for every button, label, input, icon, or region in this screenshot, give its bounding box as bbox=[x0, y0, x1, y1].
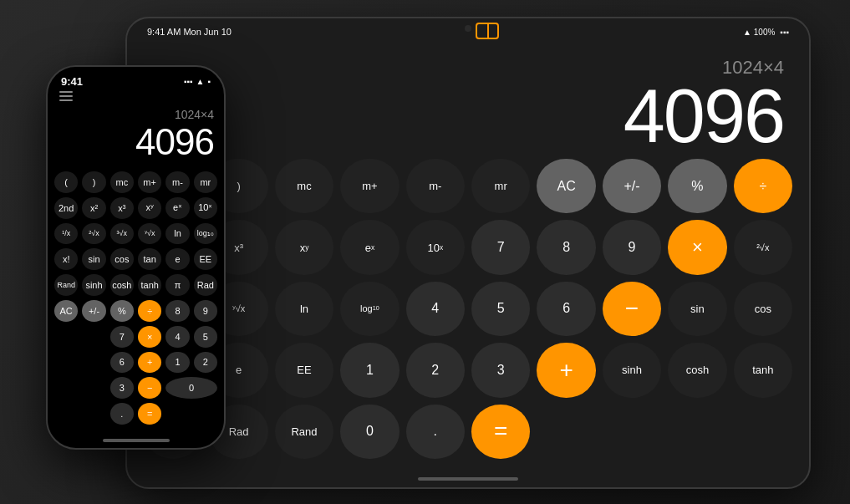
btn-10x[interactable]: 10x bbox=[406, 220, 465, 274]
btn-cosh[interactable]: cosh bbox=[668, 343, 726, 397]
ibtn-sign[interactable]: +/- bbox=[82, 300, 105, 322]
btn-6[interactable]: 6 bbox=[537, 282, 595, 336]
ibtn-e[interactable]: e bbox=[165, 248, 189, 270]
btn-ac[interactable]: AC bbox=[537, 159, 595, 213]
btn-ee[interactable]: EE bbox=[275, 343, 333, 397]
ibtn-rand[interactable]: Rand bbox=[54, 274, 78, 296]
btn-sin[interactable]: sin bbox=[668, 282, 726, 336]
btn-3[interactable]: 3 bbox=[471, 343, 530, 397]
ibtn-sin[interactable]: sin bbox=[82, 248, 105, 270]
iphone-wifi-icon: ▲ bbox=[196, 77, 205, 86]
ibtn-open-paren[interactable]: ( bbox=[54, 171, 78, 193]
ibtn-divide[interactable]: ÷ bbox=[138, 300, 161, 322]
ibtn-7[interactable]: 7 bbox=[110, 326, 134, 348]
btn-plus[interactable]: + bbox=[537, 343, 595, 397]
ibtn-2nd[interactable]: 2nd bbox=[54, 197, 78, 219]
iphone-toolbar bbox=[48, 91, 224, 104]
btn-2sqrtx[interactable]: ²√x bbox=[734, 220, 792, 274]
btn-divide[interactable]: ÷ bbox=[734, 159, 792, 213]
ibtn-close-paren[interactable]: ) bbox=[82, 171, 105, 193]
btn-cos[interactable]: cos bbox=[734, 282, 792, 336]
ibtn-0[interactable]: 0 bbox=[165, 377, 217, 399]
btn-2[interactable]: 2 bbox=[406, 343, 465, 397]
iphone-display: 1024×4 4096 bbox=[48, 104, 224, 168]
btn-sinh[interactable]: sinh bbox=[603, 343, 661, 397]
ibtn-ac[interactable]: AC bbox=[54, 300, 78, 322]
iphone-status-icons: ▪▪▪ ▲ ▪ bbox=[184, 77, 211, 86]
btn-dot[interactable]: . bbox=[406, 405, 465, 459]
ibtn-mc[interactable]: mc bbox=[110, 171, 134, 193]
ipad-battery-icon: ▪▪▪ bbox=[780, 28, 789, 37]
ibtn-equals[interactable]: = bbox=[138, 403, 161, 425]
btn-minus[interactable]: − bbox=[603, 282, 661, 336]
ibtn-x3[interactable]: x³ bbox=[110, 197, 134, 219]
ibtn-pi[interactable]: π bbox=[165, 274, 189, 296]
btn-ex[interactable]: ex bbox=[340, 220, 399, 274]
btn-7[interactable]: 7 bbox=[471, 220, 530, 274]
ipad-home-indicator bbox=[418, 477, 518, 481]
ibtn-4[interactable]: 4 bbox=[165, 326, 189, 348]
ibtn-minus[interactable]: − bbox=[138, 377, 161, 399]
btn-rand[interactable]: Rand bbox=[275, 405, 333, 459]
btn-8[interactable]: 8 bbox=[537, 220, 595, 274]
btn-percent[interactable]: % bbox=[668, 159, 726, 213]
btn-sign[interactable]: +/- bbox=[603, 159, 661, 213]
ibtn-2sqrtx[interactable]: ²√x bbox=[82, 223, 105, 245]
iphone-battery-icon: ▪ bbox=[207, 77, 211, 86]
btn-5[interactable]: 5 bbox=[471, 282, 530, 336]
ibtn-mr[interactable]: mr bbox=[194, 171, 217, 193]
ibtn-sinh[interactable]: sinh bbox=[82, 274, 105, 296]
ibtn-multiply[interactable]: × bbox=[138, 326, 161, 348]
btn-ln[interactable]: ln bbox=[275, 282, 333, 336]
ibtn-10x[interactable]: 10ˣ bbox=[194, 197, 217, 219]
btn-mc[interactable]: mc bbox=[275, 159, 333, 213]
iphone-menu-icon[interactable] bbox=[59, 91, 212, 101]
ibtn-percent[interactable]: % bbox=[110, 300, 134, 322]
ibtn-plus[interactable]: + bbox=[138, 352, 161, 374]
ipad-wifi-icon: ▲ 100% bbox=[743, 28, 775, 37]
ibtn-cosh[interactable]: cosh bbox=[110, 274, 134, 296]
ibtn-x2[interactable]: x² bbox=[82, 197, 105, 219]
btn-mr[interactable]: mr bbox=[471, 159, 530, 213]
ibtn-6[interactable]: 6 bbox=[110, 352, 134, 374]
btn-multiply[interactable]: × bbox=[668, 220, 726, 274]
ibtn-ysqrtx[interactable]: ʸ√x bbox=[138, 223, 161, 245]
btn-log10[interactable]: log10 bbox=[340, 282, 399, 336]
ibtn-ln[interactable]: ln bbox=[165, 223, 189, 245]
ipad-split-icon[interactable] bbox=[476, 23, 499, 39]
ibtn-ee[interactable]: EE bbox=[194, 248, 217, 270]
ibtn-mplus[interactable]: m+ bbox=[138, 171, 161, 193]
ibtn-tan[interactable]: tan bbox=[138, 248, 161, 270]
btn-tanh[interactable]: tanh bbox=[734, 343, 792, 397]
iphone-home-indicator bbox=[103, 439, 170, 442]
btn-9[interactable]: 9 bbox=[603, 220, 661, 274]
ibtn-1x[interactable]: ¹/x bbox=[54, 223, 78, 245]
ipad-result: 4096 bbox=[624, 79, 784, 154]
ibtn-log10[interactable]: log₁₀ bbox=[194, 223, 217, 245]
ibtn-1[interactable]: 1 bbox=[165, 352, 189, 374]
btn-mminus[interactable]: m- bbox=[406, 159, 465, 213]
btn-equals[interactable]: = bbox=[471, 405, 530, 459]
ibtn-rad[interactable]: Rad bbox=[194, 274, 217, 296]
iphone-home-bar-area bbox=[48, 433, 224, 448]
btn-1[interactable]: 1 bbox=[340, 343, 399, 397]
ibtn-8[interactable]: 8 bbox=[165, 300, 189, 322]
ibtn-xfact[interactable]: x! bbox=[54, 248, 78, 270]
ibtn-xy[interactable]: xʸ bbox=[138, 197, 161, 219]
btn-0[interactable]: 0 bbox=[340, 405, 399, 459]
ibtn-5[interactable]: 5 bbox=[194, 326, 217, 348]
ibtn-tanh[interactable]: tanh bbox=[138, 274, 161, 296]
ibtn-3sqrtx[interactable]: ³√x bbox=[110, 223, 134, 245]
iphone-button-grid: ( ) mc m+ m- mr 2nd x² x³ xʸ eˣ 10ˣ ¹/x … bbox=[48, 168, 224, 433]
ibtn-ex[interactable]: eˣ bbox=[165, 197, 189, 219]
iphone-result: 4096 bbox=[135, 121, 214, 163]
btn-4[interactable]: 4 bbox=[406, 282, 465, 336]
ibtn-dot[interactable]: . bbox=[110, 403, 134, 425]
ibtn-9[interactable]: 9 bbox=[194, 300, 217, 322]
ibtn-3[interactable]: 3 bbox=[110, 377, 134, 399]
ibtn-cos[interactable]: cos bbox=[110, 248, 134, 270]
ibtn-2[interactable]: 2 bbox=[194, 352, 217, 374]
ibtn-mminus[interactable]: m- bbox=[165, 171, 189, 193]
btn-mplus[interactable]: m+ bbox=[340, 159, 399, 213]
btn-xy[interactable]: xy bbox=[275, 220, 333, 274]
